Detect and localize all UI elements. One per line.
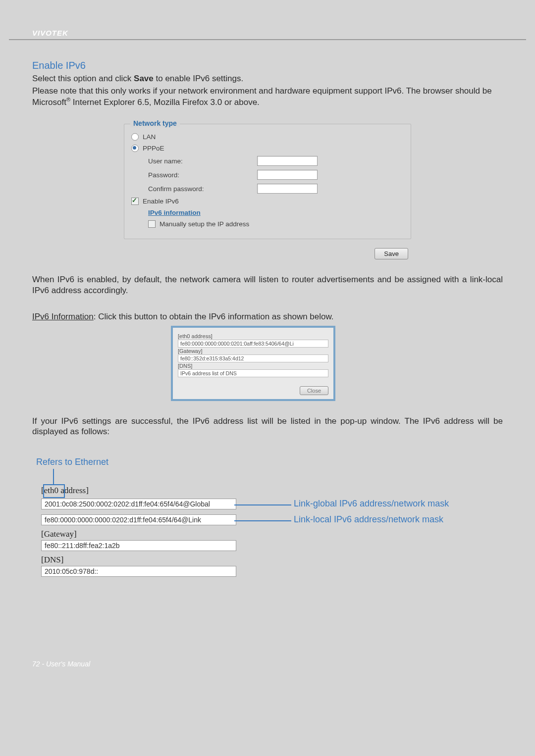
diagram-connector: [53, 469, 54, 485]
save-button[interactable]: Save: [374, 248, 408, 259]
enable-ipv6-row[interactable]: Enable IPv6: [131, 198, 404, 205]
ipv6-information-link[interactable]: IPv6 information: [148, 209, 201, 216]
enable-ipv6-label: Enable IPv6: [143, 198, 179, 205]
close-button[interactable]: Close: [300, 386, 328, 395]
panel-legend: Network type: [130, 119, 180, 127]
save-word: Save: [134, 74, 154, 83]
pppoe-option-row[interactable]: PPPoE: [131, 145, 404, 152]
text: Select this option and click: [32, 74, 134, 83]
ipv6-info-popup: [eth0 address] fe80:0000:0000:0000:0201:…: [171, 326, 335, 401]
link-address-box: fe80:0000:0000:0000:0202:d1ff:fe04:65f4/…: [41, 514, 236, 525]
gateway-label: [Gateway]: [41, 529, 77, 539]
popup-dns-label: [DNS]: [178, 363, 328, 369]
brand-label: VIVOTEK: [32, 29, 68, 37]
eth0-highlight-box: [43, 484, 65, 498]
popup-eth-label: [eth0 address]: [178, 333, 328, 339]
popup-dns-value: IPv6 address list of DNS: [178, 369, 328, 377]
checkbox-enable-ipv6[interactable]: [131, 198, 139, 205]
username-label: User name:: [131, 157, 257, 165]
page-footer: 72 - User's Manual: [0, 601, 535, 668]
refers-ethernet-label: Refers to Ethernet: [36, 457, 108, 467]
manual-ip-row[interactable]: Manually setup the IP address: [131, 220, 404, 228]
lan-label: LAN: [143, 133, 156, 141]
pppoe-label: PPPoE: [143, 145, 164, 152]
text: Internet Explorer 6.5, Mozilla Firefox 3…: [70, 97, 260, 106]
confirm-password-input[interactable]: [257, 184, 318, 194]
section-title: Enable IPv6: [32, 60, 503, 71]
ipv6-info-heading: IPv6 Information: [32, 312, 94, 321]
global-address-note: Link-global IPv6 address/network mask: [294, 499, 449, 509]
network-type-panel: Network type LAN PPPoE User name: Passwo…: [119, 121, 416, 244]
popup-gateway-label: [Gateway]: [178, 348, 328, 354]
password-input[interactable]: [257, 170, 318, 180]
confirm-password-label: Confirm password:: [131, 185, 257, 193]
after-panel-paragraph: When IPv6 is enabled, by default, the ne…: [32, 274, 503, 296]
dns-box: 2010:05c0:978d::: [41, 566, 236, 577]
intro-paragraph-2: Please note that this only works if your…: [32, 86, 503, 107]
popup-gateway-value: fe80::352d:e315:83a5:4d12: [178, 354, 328, 362]
header-divider: [9, 39, 526, 40]
registered-symbol: ®: [66, 97, 70, 102]
checkbox-manual-ip[interactable]: [148, 220, 156, 228]
text: : Click this button to obtain the IPv6 i…: [94, 312, 334, 321]
after-popup-paragraph: If your IPv6 settings are successful, th…: [32, 416, 503, 437]
lan-option-row[interactable]: LAN: [131, 133, 404, 141]
local-address-note: Link-local IPv6 address/network mask: [294, 514, 443, 525]
diagram-connector: [234, 520, 291, 521]
ipv6-address-diagram: Refers to Ethernet [eth0 address] 2001:0…: [32, 457, 503, 601]
radio-pppoe[interactable]: [131, 145, 139, 152]
intro-paragraph-1: Select this option and click Save to ena…: [32, 73, 503, 84]
radio-lan[interactable]: [131, 133, 139, 141]
gateway-box: fe80::211:d8ff:fea2:1a2b: [41, 540, 236, 551]
manual-ip-label: Manually setup the IP address: [160, 220, 249, 228]
popup-eth-value: fe80:0000:0000:0000:0201:0aff:fe83:5406/…: [178, 340, 328, 348]
diagram-connector: [234, 504, 291, 505]
text: to enable IPv6 settings.: [154, 74, 243, 83]
ipv6-info-paragraph: IPv6 Information: Click this button to o…: [32, 311, 503, 322]
dns-label: [DNS]: [41, 555, 63, 565]
username-input[interactable]: [257, 156, 318, 166]
global-address-box: 2001:0c08:2500:0002:0202:d1ff:fe04:65f4/…: [41, 499, 236, 509]
password-label: Password:: [131, 171, 257, 179]
